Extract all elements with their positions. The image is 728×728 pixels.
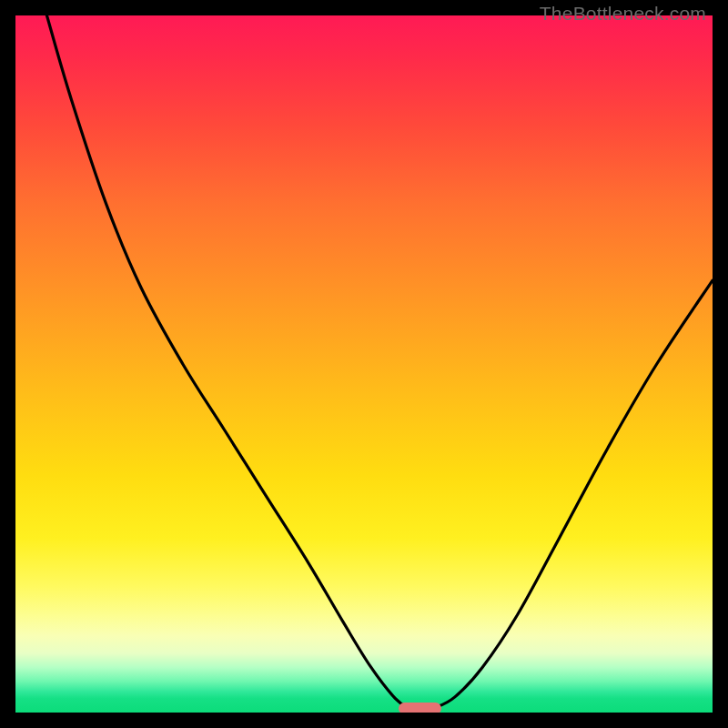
bottleneck-curve: [15, 15, 713, 713]
watermark-text: TheBottleneck.com: [540, 3, 706, 25]
optimal-marker: [399, 703, 441, 713]
chart-frame: TheBottleneck.com: [0, 0, 728, 728]
plot-area: [15, 15, 713, 713]
